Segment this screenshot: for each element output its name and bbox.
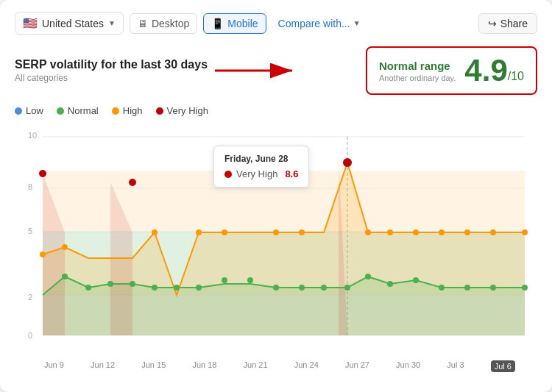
legend-item-low: Low [15,105,43,116]
legend: Low Normal High Very High [15,105,537,116]
svg-point-35 [321,285,327,291]
svg-point-40 [439,285,445,291]
svg-point-28 [152,285,158,291]
x-label-jun9: Jun 9 [44,360,64,372]
svg-text:5: 5 [28,227,32,235]
svg-point-33 [273,285,279,291]
x-label-jun12: Jun 12 [91,360,115,372]
svg-point-25 [85,285,91,291]
tooltip-value: 8.6 [285,168,298,179]
svg-point-43 [522,285,528,291]
high-dot [112,107,119,115]
country-label: United States [42,18,104,29]
score-denom: /10 [508,70,524,83]
mobile-button[interactable]: 📱 Mobile [203,13,266,34]
arrow-wrapper [215,52,358,89]
legend-label-high: High [123,105,143,116]
svg-point-22 [129,179,136,186]
share-icon: ↪ [488,18,497,29]
x-label-jun21: Jun 21 [244,360,268,372]
subtitle: All categories [15,73,208,83]
chart-area: 10 8 5 2 0 [15,122,537,357]
chevron-down-icon: ▼ [108,19,116,27]
svg-point-44 [40,252,46,257]
desktop-icon: 🖥 [138,18,148,29]
x-label-jun24: Jun 24 [294,360,319,372]
country-selector[interactable]: 🇺🇸 United States ▼ [15,12,124,35]
tooltip-row: Very High 8.6 [224,168,298,179]
svg-point-38 [387,281,393,287]
desktop-button[interactable]: 🖥 Desktop [130,13,197,34]
score-box: Normal range Another ordinary day. 4.9 /… [366,46,537,95]
svg-point-41 [464,285,470,291]
svg-point-34 [299,285,305,291]
title-block: SERP volatility for the last 30 days All… [15,58,208,83]
x-label-jun30: Jun 30 [396,360,420,372]
header-row: SERP volatility for the last 30 days All… [15,46,537,95]
svg-point-29 [174,285,180,291]
svg-point-21 [39,170,46,177]
score-label: Normal range [379,60,456,72]
mobile-icon: 📱 [211,18,224,29]
svg-point-23 [343,158,352,167]
score-sub: Another ordinary day. [379,74,456,82]
legend-item-high: High [112,105,143,116]
toolbar: 🇺🇸 United States ▼ 🖥 Desktop 📱 Mobile Co… [15,12,537,35]
svg-point-32 [247,277,253,283]
legend-label-normal: Normal [68,105,99,116]
x-axis: Jun 9 Jun 12 Jun 15 Jun 18 Jun 21 Jun 24… [15,360,537,372]
svg-point-54 [439,229,445,235]
svg-point-39 [413,277,419,283]
svg-point-45 [62,244,68,250]
svg-point-27 [130,281,135,287]
svg-point-26 [107,281,113,287]
share-button[interactable]: ↪ Share [478,13,537,34]
svg-point-56 [490,229,496,235]
svg-point-51 [365,229,371,235]
legend-item-normal: Normal [57,105,99,116]
svg-point-37 [365,274,371,279]
svg-point-57 [522,229,528,235]
tooltip-date: Friday, June 28 [224,154,298,164]
desktop-label: Desktop [152,18,189,29]
legend-label-low: Low [26,105,43,116]
x-label-jun27: Jun 27 [345,360,369,372]
x-label-jul6: Jul 6 [491,360,515,372]
x-label-jun18: Jun 18 [192,360,216,372]
svg-point-48 [222,229,227,235]
share-label: Share [500,18,528,29]
svg-text:0: 0 [28,331,32,340]
tooltip: Friday, June 28 Very High 8.6 [213,146,309,188]
legend-item-very-high: Very High [156,105,208,116]
low-dot [15,107,22,115]
legend-label-very-high: Very High [167,105,208,116]
svg-point-46 [152,229,158,235]
arrow-icon [215,52,303,89]
svg-point-36 [344,285,350,291]
svg-text:8: 8 [28,182,32,191]
compare-button[interactable]: Compare with... ▼ [272,14,367,33]
svg-point-24 [62,274,68,279]
svg-point-42 [490,285,496,291]
score-display: 4.9 /10 [464,55,524,86]
svg-point-55 [464,229,470,235]
page-title: SERP volatility for the last 30 days [15,58,208,71]
very-high-dot [156,107,163,115]
svg-point-31 [222,277,227,283]
svg-point-50 [299,229,305,235]
score-text-block: Normal range Another ordinary day. [379,60,456,82]
compare-label: Compare with... [278,18,350,29]
tooltip-label: Very High [236,168,277,179]
svg-point-30 [196,285,202,291]
x-label-jul3: Jul 3 [447,360,464,372]
flag-icon: 🇺🇸 [23,16,38,30]
svg-point-49 [273,229,279,235]
main-card: 🇺🇸 United States ▼ 🖥 Desktop 📱 Mobile Co… [0,0,552,392]
normal-dot [57,107,64,115]
mobile-label: Mobile [227,18,258,29]
chevron-down-icon-compare: ▼ [353,19,361,27]
svg-point-52 [387,229,393,235]
svg-point-47 [196,229,202,235]
x-label-jun15: Jun 15 [141,360,166,372]
svg-text:2: 2 [28,293,32,302]
